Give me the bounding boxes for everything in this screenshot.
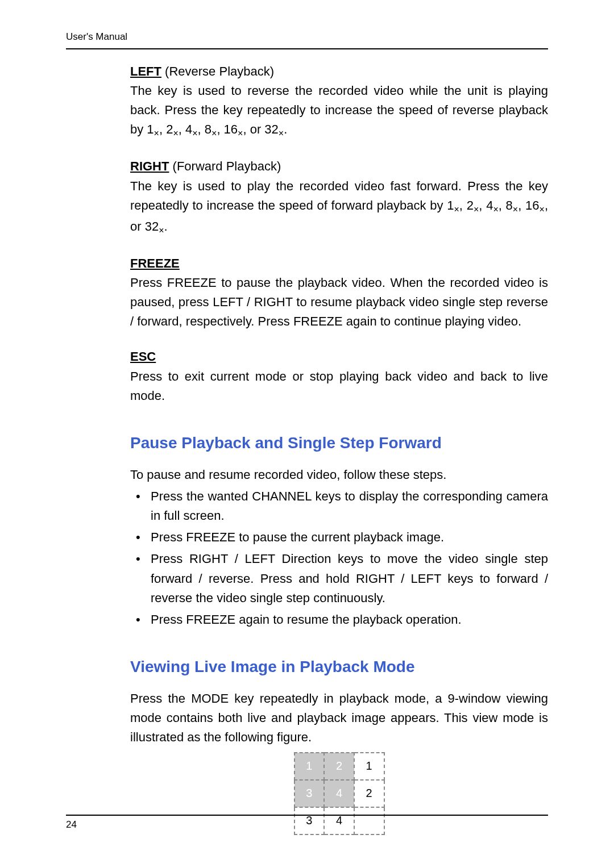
grid-cell: 1	[294, 753, 325, 780]
section-left: LEFT (Reverse Playback) The key is used …	[130, 62, 548, 141]
list-item: Press FREEZE again to resume the playbac…	[130, 610, 548, 629]
footer-rule	[66, 815, 548, 816]
heading-live: Viewing Live Image in Playback Mode	[130, 654, 548, 679]
right-body: The key is used to play the recorded vid…	[130, 179, 548, 233]
content-block: LEFT (Reverse Playback) The key is used …	[66, 49, 548, 835]
freeze-body: Press FREEZE to pause the playback video…	[130, 276, 548, 328]
list-item: Press FREEZE to pause the current playba…	[130, 528, 548, 547]
grid-cell: 4	[324, 807, 354, 834]
esc-body: Press to exit current mode or stop playi…	[130, 369, 548, 403]
grid-cell: 1	[354, 753, 384, 780]
left-title: LEFT	[130, 64, 161, 78]
nine-window-figure: 1 2 1 3 4 2 3 4	[294, 752, 385, 835]
section-freeze: FREEZE Press FREEZE to pause the playbac…	[130, 254, 548, 331]
grid-cell: 3	[294, 780, 325, 807]
running-head: User's Manual	[66, 31, 548, 43]
left-body: The key is used to reverse the recorded …	[130, 84, 548, 136]
grid-cell: 3	[294, 807, 325, 834]
grid-cell: 2	[354, 780, 384, 807]
list-item: Press RIGHT / LEFT Direction keys to mov…	[130, 549, 548, 607]
right-title: RIGHT	[130, 159, 169, 173]
section-right: RIGHT (Forward Playback) The key is used…	[130, 157, 548, 238]
pause-intro: To pause and resume recorded video, foll…	[130, 465, 548, 485]
page: User's Manual LEFT (Reverse Playback) Th…	[0, 0, 614, 868]
grid-cell: 2	[324, 753, 354, 780]
grid-cell: 4	[324, 780, 354, 807]
heading-pause: Pause Playback and Single Step Forward	[130, 431, 548, 455]
section-esc: ESC Press to exit current mode or stop p…	[130, 347, 548, 405]
right-suffix: (Forward Playback)	[169, 159, 281, 173]
page-number: 24	[66, 819, 77, 831]
left-suffix: (Reverse Playback)	[161, 64, 274, 78]
live-intro: Press the MODE key repeatedly in playbac…	[130, 689, 548, 747]
list-item: Press the wanted CHANNEL keys to display…	[130, 487, 548, 525]
grid-table: 1 2 1 3 4 2 3 4	[294, 752, 385, 835]
pause-bullets: Press the wanted CHANNEL keys to display…	[130, 487, 548, 629]
freeze-title: FREEZE	[130, 256, 180, 270]
grid-cell-empty	[354, 807, 384, 834]
esc-title: ESC	[130, 349, 156, 364]
